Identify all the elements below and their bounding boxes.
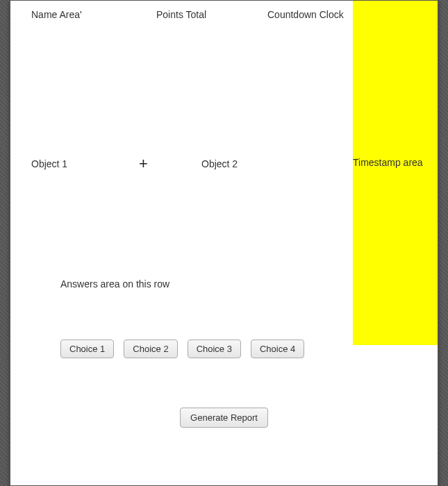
objects-row: Object 1 + Object 2: [31, 155, 306, 173]
answers-row-label: Answers area on this row: [60, 278, 169, 290]
points-total-label: Points Total: [156, 9, 240, 20]
choice-4-button[interactable]: Choice 4: [251, 340, 304, 358]
name-area-label: Name Area': [31, 9, 128, 20]
choices-row: Choice 1 Choice 2 Choice 3 Choice 4: [60, 340, 304, 358]
object-2-label: Object 2: [201, 158, 306, 169]
generate-report-button[interactable]: Generate Report: [180, 408, 268, 428]
generate-report-row: Generate Report: [10, 408, 438, 428]
timestamp-area: Timestamp area: [353, 1, 438, 345]
page-canvas: Name Area' Points Total Countdown Clock …: [10, 0, 438, 486]
choice-3-button[interactable]: Choice 3: [188, 340, 241, 358]
timestamp-label: Timestamp area: [353, 156, 438, 169]
choice-1-button[interactable]: Choice 1: [60, 340, 114, 358]
object-1-label: Object 1: [31, 158, 139, 169]
plus-icon: +: [139, 155, 201, 173]
choice-2-button[interactable]: Choice 2: [124, 340, 177, 358]
